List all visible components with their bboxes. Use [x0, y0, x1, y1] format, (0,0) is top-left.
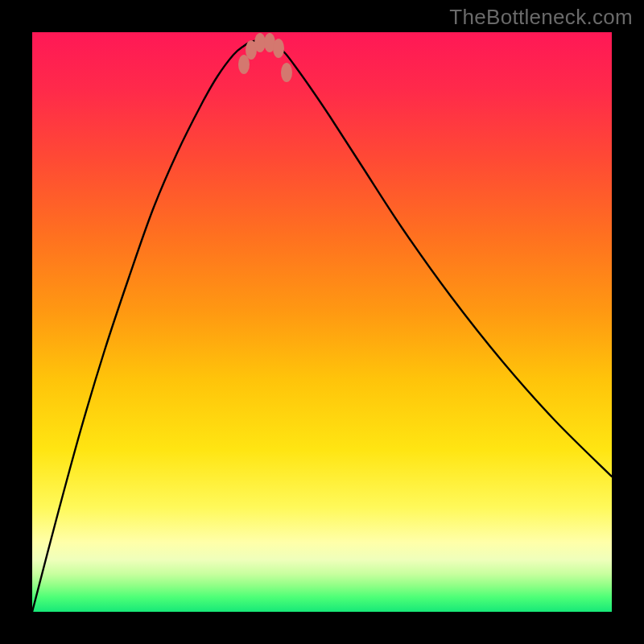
marker-group: [238, 33, 292, 82]
chart-frame: [32, 32, 612, 612]
marker-bead: [281, 63, 292, 82]
chart-svg: [32, 32, 612, 612]
watermark-text: TheBottleneck.com: [449, 5, 633, 30]
marker-bead: [254, 33, 266, 52]
bottleneck-curve: [32, 40, 612, 612]
marker-bead: [273, 39, 284, 58]
